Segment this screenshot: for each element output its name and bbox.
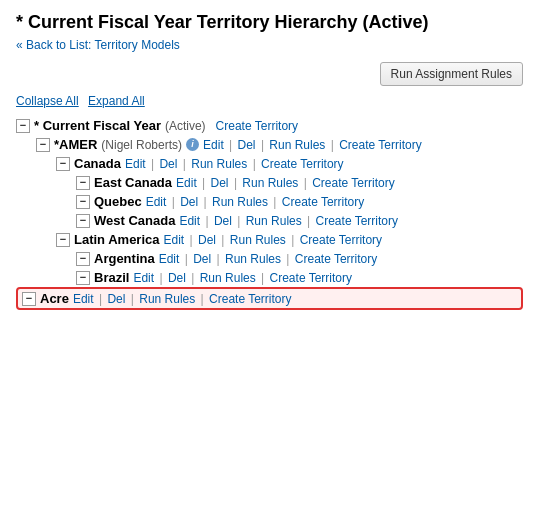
action-run-rules-amer[interactable]: Run Rules xyxy=(269,138,325,152)
toggle-root[interactable]: − xyxy=(16,119,30,133)
node-name-east-canada: East Canada xyxy=(94,175,172,190)
action-del-amer[interactable]: Del xyxy=(238,138,256,152)
action-separator: | xyxy=(270,195,280,209)
action-separator: | xyxy=(231,176,241,190)
tree-row-east-canada: −East CanadaEdit | Del | Run Rules | Cre… xyxy=(16,173,523,192)
actions-quebec: Edit | Del | Run Rules | Create Territor… xyxy=(146,195,365,209)
action-separator: | xyxy=(300,176,310,190)
node-name-acre: Acre xyxy=(40,291,69,306)
action-edit-east-canada[interactable]: Edit xyxy=(176,176,197,190)
toggle-east-canada[interactable]: − xyxy=(76,176,90,190)
tree-row-amer: −*AMER(Nigel Roberts)iEdit | Del | Run R… xyxy=(16,135,523,154)
toggle-quebec[interactable]: − xyxy=(76,195,90,209)
action-separator: | xyxy=(218,233,228,247)
action-separator: | xyxy=(156,271,166,285)
toolbar: Run Assignment Rules xyxy=(16,62,523,86)
action-del-quebec[interactable]: Del xyxy=(180,195,198,209)
action-run-rules-west-canada[interactable]: Run Rules xyxy=(246,214,302,228)
toggle-canada[interactable]: − xyxy=(56,157,70,171)
tree-row-canada: −CanadaEdit | Del | Run Rules | Create T… xyxy=(16,154,523,173)
collapse-expand-controls: Collapse All Expand All xyxy=(16,94,523,108)
actions-brazil: Edit | Del | Run Rules | Create Territor… xyxy=(133,271,352,285)
action-create-territory-canada[interactable]: Create Territory xyxy=(261,157,343,171)
action-create-territory-latin-america[interactable]: Create Territory xyxy=(300,233,382,247)
action-separator: | xyxy=(179,157,189,171)
action-del-argentina[interactable]: Del xyxy=(193,252,211,266)
node-name-canada: Canada xyxy=(74,156,121,171)
action-del-acre[interactable]: Del xyxy=(107,292,125,306)
actions-canada: Edit | Del | Run Rules | Create Territor… xyxy=(125,157,344,171)
action-separator: | xyxy=(148,157,158,171)
create-territory-root[interactable]: Create Territory xyxy=(216,119,298,133)
action-run-rules-quebec[interactable]: Run Rules xyxy=(212,195,268,209)
expand-all-link[interactable]: Expand All xyxy=(88,94,145,108)
action-edit-acre[interactable]: Edit xyxy=(73,292,94,306)
tree-row-west-canada: −West CanadaEdit | Del | Run Rules | Cre… xyxy=(16,211,523,230)
action-edit-west-canada[interactable]: Edit xyxy=(179,214,200,228)
collapse-all-link[interactable]: Collapse All xyxy=(16,94,79,108)
action-separator: | xyxy=(327,138,337,152)
action-create-territory-east-canada[interactable]: Create Territory xyxy=(312,176,394,190)
action-separator: | xyxy=(304,214,314,228)
toggle-acre[interactable]: − xyxy=(22,292,36,306)
action-run-rules-canada[interactable]: Run Rules xyxy=(191,157,247,171)
action-edit-quebec[interactable]: Edit xyxy=(146,195,167,209)
action-separator: | xyxy=(283,252,293,266)
node-sub-root: (Active) xyxy=(165,119,206,133)
action-edit-amer[interactable]: Edit xyxy=(203,138,224,152)
action-edit-canada[interactable]: Edit xyxy=(125,157,146,171)
action-edit-argentina[interactable]: Edit xyxy=(159,252,180,266)
action-del-latin-america[interactable]: Del xyxy=(198,233,216,247)
action-del-east-canada[interactable]: Del xyxy=(211,176,229,190)
actions-east-canada: Edit | Del | Run Rules | Create Territor… xyxy=(176,176,395,190)
action-create-territory-acre[interactable]: Create Territory xyxy=(209,292,291,306)
action-run-rules-argentina[interactable]: Run Rules xyxy=(225,252,281,266)
territory-tree: −* Current Fiscal Year(Active)Create Ter… xyxy=(16,116,523,310)
node-sub-amer: (Nigel Roberts) xyxy=(101,138,182,152)
run-assignment-rules-button[interactable]: Run Assignment Rules xyxy=(380,62,523,86)
toggle-west-canada[interactable]: − xyxy=(76,214,90,228)
node-name-root: * Current Fiscal Year xyxy=(34,118,161,133)
actions-west-canada: Edit | Del | Run Rules | Create Territor… xyxy=(179,214,398,228)
action-create-territory-argentina[interactable]: Create Territory xyxy=(295,252,377,266)
action-separator: | xyxy=(181,252,191,266)
action-del-canada[interactable]: Del xyxy=(159,157,177,171)
tree-row-argentina: −ArgentinaEdit | Del | Run Rules | Creat… xyxy=(16,249,523,268)
toggle-amer[interactable]: − xyxy=(36,138,50,152)
action-separator: | xyxy=(226,138,236,152)
toggle-brazil[interactable]: − xyxy=(76,271,90,285)
action-separator: | xyxy=(127,292,137,306)
tree-row-acre: −AcreEdit | Del | Run Rules | Create Ter… xyxy=(16,287,523,310)
action-create-territory-amer[interactable]: Create Territory xyxy=(339,138,421,152)
action-run-rules-brazil[interactable]: Run Rules xyxy=(200,271,256,285)
action-edit-brazil[interactable]: Edit xyxy=(133,271,154,285)
action-del-brazil[interactable]: Del xyxy=(168,271,186,285)
action-edit-latin-america[interactable]: Edit xyxy=(164,233,185,247)
tree-row-root: −* Current Fiscal Year(Active)Create Ter… xyxy=(16,116,523,135)
actions-amer: Edit | Del | Run Rules | Create Territor… xyxy=(203,138,422,152)
action-del-west-canada[interactable]: Del xyxy=(214,214,232,228)
action-create-territory-brazil[interactable]: Create Territory xyxy=(270,271,352,285)
action-separator: | xyxy=(213,252,223,266)
page-title: * Current Fiscal Year Territory Hierarch… xyxy=(16,12,523,33)
toggle-argentina[interactable]: − xyxy=(76,252,90,266)
action-separator: | xyxy=(200,195,210,209)
info-icon-amer[interactable]: i xyxy=(186,138,199,151)
page-container: * Current Fiscal Year Territory Hierarch… xyxy=(0,0,539,322)
action-run-rules-east-canada[interactable]: Run Rules xyxy=(242,176,298,190)
back-link[interactable]: « Back to List: Territory Models xyxy=(16,38,180,52)
action-create-territory-quebec[interactable]: Create Territory xyxy=(282,195,364,209)
action-run-rules-acre[interactable]: Run Rules xyxy=(139,292,195,306)
action-separator: | xyxy=(202,214,212,228)
tree-row-quebec: −QuebecEdit | Del | Run Rules | Create T… xyxy=(16,192,523,211)
node-name-brazil: Brazil xyxy=(94,270,129,285)
toggle-latin-america[interactable]: − xyxy=(56,233,70,247)
actions-latin-america: Edit | Del | Run Rules | Create Territor… xyxy=(164,233,383,247)
node-name-west-canada: West Canada xyxy=(94,213,175,228)
action-separator: | xyxy=(249,157,259,171)
action-run-rules-latin-america[interactable]: Run Rules xyxy=(230,233,286,247)
action-separator: | xyxy=(288,233,298,247)
action-separator: | xyxy=(258,138,268,152)
action-separator: | xyxy=(168,195,178,209)
action-create-territory-west-canada[interactable]: Create Territory xyxy=(316,214,398,228)
